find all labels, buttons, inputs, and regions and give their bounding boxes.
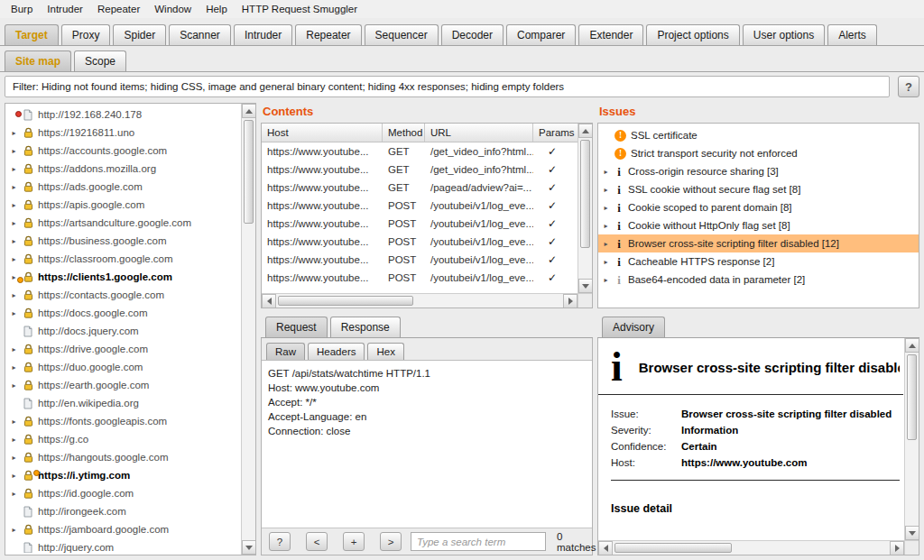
tab-spider[interactable]: Spider	[113, 24, 166, 45]
table-row[interactable]: https://www.youtube...GET/get_video_info…	[262, 161, 578, 179]
table-row[interactable]: https://www.youtube...GET/pagead/adview?…	[262, 179, 578, 197]
tab-raw[interactable]: Raw	[266, 343, 305, 360]
tree-item[interactable]: http://en.wikipedia.org	[7, 394, 239, 412]
filter-bar[interactable]: Filter: Hiding not found items; hiding C…	[5, 76, 890, 97]
tab-advisory[interactable]: Advisory	[602, 317, 665, 337]
scroll-up-button[interactable]	[905, 338, 919, 353]
expand-arrow-icon[interactable]: ▸	[10, 436, 18, 444]
expand-arrow-icon[interactable]: ▸	[10, 291, 18, 299]
tree-item[interactable]: ▸https://g.co	[7, 430, 239, 448]
expand-arrow-icon[interactable]: ▸	[10, 418, 18, 426]
issue-item[interactable]: ▸iCross-origin resource sharing [3]	[598, 162, 919, 180]
issue-item[interactable]: ▸iCookie scoped to parent domain [8]	[598, 198, 919, 216]
expand-arrow-icon[interactable]: ▸	[602, 240, 610, 248]
expand-arrow-icon[interactable]: ▸	[602, 276, 610, 284]
tree-item[interactable]: ▸https://i.ytimg.com	[7, 466, 239, 484]
scroll-track[interactable]	[276, 294, 563, 308]
expand-arrow-icon[interactable]: ▸	[10, 219, 18, 227]
contents-table-vscrollbar[interactable]	[578, 124, 592, 293]
table-row[interactable]: https://www.youtube...GET/get_video_info…	[262, 142, 578, 161]
scroll-track[interactable]	[578, 138, 592, 279]
tree-item[interactable]: ▸https://earth.google.com	[7, 376, 239, 394]
request-text[interactable]: GET /api/stats/watchtime HTTP/1.1Host: w…	[262, 361, 592, 528]
expand-arrow-icon[interactable]: ▸	[10, 490, 18, 498]
expand-arrow-icon[interactable]: ▸	[602, 168, 610, 176]
scroll-thumb[interactable]	[278, 296, 413, 306]
search-next-button[interactable]: >	[380, 532, 402, 551]
tab-intruder[interactable]: Intruder	[234, 24, 292, 45]
tab-target[interactable]: Target	[5, 24, 59, 45]
site-tree-scrollbar[interactable]	[241, 104, 255, 555]
tab-decoder[interactable]: Decoder	[441, 24, 504, 45]
tree-item[interactable]: ▸https://duo.google.com	[7, 358, 239, 376]
tab-scope[interactable]: Scope	[74, 50, 126, 71]
expand-arrow-icon[interactable]: ▸	[10, 345, 18, 353]
tree-item[interactable]: ▸https://artsandculture.google.com	[7, 214, 239, 232]
tree-item[interactable]: ▸https://hangouts.google.com	[7, 448, 239, 466]
tab-extender[interactable]: Extender	[578, 24, 643, 45]
tree-item[interactable]: ▸https://apis.google.com	[7, 196, 239, 214]
tree-item[interactable]: ▸https://business.google.com	[7, 232, 239, 250]
expand-arrow-icon[interactable]: ▸	[10, 165, 18, 173]
tree-item[interactable]: ▸https://drive.google.com	[7, 340, 239, 358]
scroll-down-button[interactable]	[242, 540, 256, 555]
scroll-left-button[interactable]	[262, 294, 276, 308]
tab-headers[interactable]: Headers	[308, 343, 365, 360]
column-header-url[interactable]: URL	[425, 124, 533, 142]
expand-arrow-icon[interactable]: ▸	[10, 363, 18, 372]
scroll-down-button[interactable]	[905, 526, 919, 540]
tab-site-map[interactable]: Site map	[5, 50, 71, 71]
issue-item[interactable]: ▸iSSL cookie without secure flag set [8]	[598, 180, 919, 198]
tab-scanner[interactable]: Scanner	[169, 24, 231, 45]
scroll-track[interactable]	[613, 541, 890, 555]
search-input[interactable]	[411, 532, 546, 551]
expand-arrow-icon[interactable]: ▸	[10, 147, 18, 155]
scroll-thumb[interactable]	[614, 543, 732, 553]
scroll-right-button[interactable]	[890, 541, 904, 555]
expand-arrow-icon[interactable]: ▸	[10, 201, 18, 209]
expand-arrow-icon[interactable]: ▸	[602, 222, 610, 230]
expand-arrow-icon[interactable]: ▸	[10, 381, 18, 390]
tab-comparer[interactable]: Comparer	[506, 24, 576, 45]
tree-item[interactable]: http://docs.jquery.com	[7, 322, 239, 340]
menu-item-burp[interactable]: Burp	[4, 4, 40, 14]
menu-item-repeater[interactable]: Repeater	[90, 4, 147, 14]
scroll-up-button[interactable]	[242, 104, 256, 118]
tree-item[interactable]: ▸https://id.google.com	[7, 484, 239, 502]
tab-project-options[interactable]: Project options	[646, 24, 739, 45]
table-row[interactable]: https://www.youtube...POST/youtubei/v1/l…	[262, 197, 578, 215]
tree-item[interactable]: ▸https://addons.mozilla.org	[7, 160, 239, 178]
tab-response[interactable]: Response	[330, 317, 401, 337]
issue-item[interactable]: ▸iBrowser cross-site scripting filter di…	[598, 234, 919, 252]
expand-arrow-icon[interactable]: ▸	[10, 309, 18, 317]
scroll-thumb[interactable]	[244, 120, 254, 224]
scroll-up-button[interactable]	[578, 124, 593, 138]
issue-item[interactable]: !Strict transport security not enforced	[598, 144, 919, 162]
contents-table-hscrollbar[interactable]	[262, 293, 578, 308]
expand-arrow-icon[interactable]: ▸	[10, 237, 18, 245]
search-prev-button[interactable]: <	[306, 532, 328, 551]
tree-item[interactable]: ▸https://ads.google.com	[7, 178, 239, 196]
issue-item[interactable]: ▸iCookie without HttpOnly flag set [8]	[598, 216, 919, 234]
scroll-track[interactable]	[905, 353, 919, 526]
expand-arrow-icon[interactable]: ▸	[602, 186, 610, 194]
menu-item-intruder[interactable]: Intruder	[40, 4, 90, 14]
issue-item[interactable]: ▸iCacheable HTTPS response [2]	[598, 252, 919, 271]
tree-item[interactable]: ▸https://classroom.google.com	[7, 250, 239, 268]
tree-item[interactable]: ▸https://19216811.uno	[7, 124, 239, 142]
scroll-thumb[interactable]	[907, 354, 917, 440]
tree-item[interactable]: ▸https://contacts.google.com	[7, 286, 239, 304]
tree-item[interactable]: ▸https://docs.google.com	[7, 304, 239, 322]
tree-item[interactable]: http://jquery.com	[7, 538, 239, 553]
tree-item[interactable]: http://192.168.240.178	[7, 106, 239, 124]
issue-item[interactable]: ▸iBase64-encoded data in parameter [2]	[598, 271, 919, 289]
menu-item-window[interactable]: Window	[147, 4, 199, 14]
tab-repeater[interactable]: Repeater	[295, 24, 361, 45]
expand-arrow-icon[interactable]: ▸	[10, 183, 18, 191]
column-header-method[interactable]: Method	[383, 124, 425, 142]
tab-proxy[interactable]: Proxy	[61, 24, 111, 45]
search-add-button[interactable]: +	[343, 532, 365, 551]
filter-help-button[interactable]: ?	[898, 76, 919, 97]
tree-item[interactable]: ▸https://clients1.google.com	[7, 268, 239, 286]
tree-item[interactable]: http://irongeek.com	[7, 502, 239, 520]
